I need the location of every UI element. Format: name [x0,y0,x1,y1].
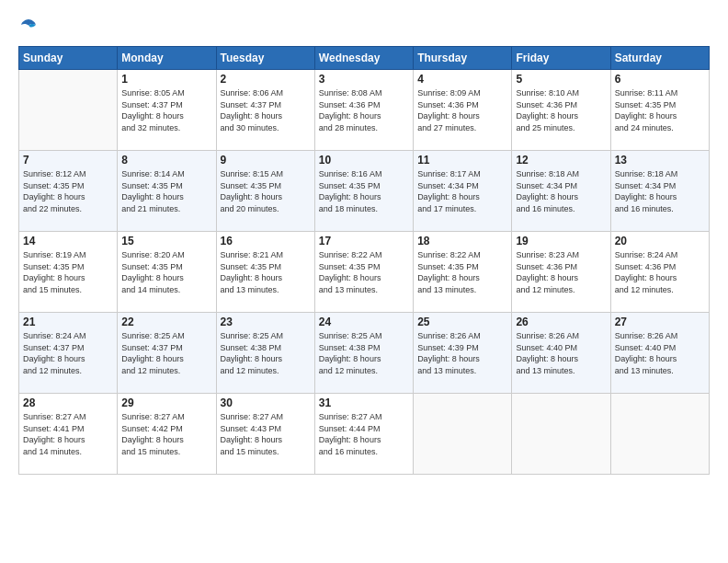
calendar-cell [414,394,512,475]
calendar-cell: 28Sunrise: 8:27 AM Sunset: 4:41 PM Dayli… [19,394,118,475]
day-info: Sunrise: 8:22 AM Sunset: 4:35 PM Dayligh… [417,249,507,295]
calendar-cell: 31Sunrise: 8:27 AM Sunset: 4:44 PM Dayli… [314,394,413,475]
day-info: Sunrise: 8:14 AM Sunset: 4:35 PM Dayligh… [121,168,211,214]
day-number: 28 [23,396,113,409]
header-row: SundayMondayTuesdayWednesdayThursdayFrid… [19,47,710,70]
day-number: 19 [516,235,606,247]
day-number: 1 [121,73,211,86]
day-header: Wednesday [314,47,413,70]
day-info: Sunrise: 8:16 AM Sunset: 4:35 PM Dayligh… [319,168,409,214]
day-number: 13 [615,154,705,167]
day-number: 31 [319,396,409,409]
calendar-header: SundayMondayTuesdayWednesdayThursdayFrid… [19,47,710,70]
day-info: Sunrise: 8:05 AM Sunset: 4:37 PM Dayligh… [121,87,211,133]
day-header: Sunday [19,47,118,70]
day-number: 7 [23,154,113,167]
day-info: Sunrise: 8:26 AM Sunset: 4:40 PM Dayligh… [615,330,705,376]
calendar-body: 1Sunrise: 8:05 AM Sunset: 4:37 PM Daylig… [19,70,710,475]
day-number: 23 [221,316,311,328]
day-info: Sunrise: 8:26 AM Sunset: 4:39 PM Dayligh… [417,330,507,376]
day-number: 10 [319,154,409,167]
day-number: 6 [615,73,705,86]
calendar-cell: 20Sunrise: 8:24 AM Sunset: 4:36 PM Dayli… [610,232,709,313]
day-number: 18 [417,235,507,247]
day-info: Sunrise: 8:24 AM Sunset: 4:37 PM Dayligh… [23,330,113,376]
day-header: Friday [512,47,610,70]
day-info: Sunrise: 8:21 AM Sunset: 4:35 PM Dayligh… [221,249,311,295]
day-info: Sunrise: 8:17 AM Sunset: 4:34 PM Dayligh… [417,168,507,214]
day-number: 14 [23,235,113,247]
logo-bird-icon [20,17,37,33]
calendar-cell: 29Sunrise: 8:27 AM Sunset: 4:42 PM Dayli… [118,394,216,475]
calendar-cell: 4Sunrise: 8:09 AM Sunset: 4:36 PM Daylig… [414,70,512,151]
calendar-week-row: 1Sunrise: 8:05 AM Sunset: 4:37 PM Daylig… [19,70,710,151]
calendar-week-row: 7Sunrise: 8:12 AM Sunset: 4:35 PM Daylig… [19,151,710,232]
day-info: Sunrise: 8:19 AM Sunset: 4:35 PM Dayligh… [23,249,113,295]
day-info: Sunrise: 8:18 AM Sunset: 4:34 PM Dayligh… [516,168,606,214]
day-number: 24 [319,316,409,328]
day-info: Sunrise: 8:09 AM Sunset: 4:36 PM Dayligh… [417,87,507,133]
day-info: Sunrise: 8:22 AM Sunset: 4:35 PM Dayligh… [319,249,409,295]
day-info: Sunrise: 8:27 AM Sunset: 4:41 PM Dayligh… [23,411,113,457]
calendar-cell: 15Sunrise: 8:20 AM Sunset: 4:35 PM Dayli… [118,232,216,313]
calendar-week-row: 28Sunrise: 8:27 AM Sunset: 4:41 PM Dayli… [19,394,710,475]
day-number: 26 [516,316,606,328]
calendar-table: SundayMondayTuesdayWednesdayThursdayFrid… [18,46,710,475]
calendar-cell: 24Sunrise: 8:25 AM Sunset: 4:38 PM Dayli… [314,313,413,394]
page: SundayMondayTuesdayWednesdayThursdayFrid… [0,0,728,563]
calendar-cell: 27Sunrise: 8:26 AM Sunset: 4:40 PM Dayli… [610,313,709,394]
day-info: Sunrise: 8:27 AM Sunset: 4:43 PM Dayligh… [221,411,311,457]
day-info: Sunrise: 8:20 AM Sunset: 4:35 PM Dayligh… [121,249,211,295]
day-number: 15 [121,235,211,247]
day-info: Sunrise: 8:08 AM Sunset: 4:36 PM Dayligh… [319,87,409,133]
calendar-week-row: 21Sunrise: 8:24 AM Sunset: 4:37 PM Dayli… [19,313,710,394]
day-info: Sunrise: 8:26 AM Sunset: 4:40 PM Dayligh… [516,330,606,376]
calendar-cell: 21Sunrise: 8:24 AM Sunset: 4:37 PM Dayli… [19,313,118,394]
calendar-cell: 19Sunrise: 8:23 AM Sunset: 4:36 PM Dayli… [512,232,610,313]
calendar-cell: 13Sunrise: 8:18 AM Sunset: 4:34 PM Dayli… [610,151,709,232]
calendar-cell: 14Sunrise: 8:19 AM Sunset: 4:35 PM Dayli… [19,232,118,313]
calendar-week-row: 14Sunrise: 8:19 AM Sunset: 4:35 PM Dayli… [19,232,710,313]
calendar-cell: 11Sunrise: 8:17 AM Sunset: 4:34 PM Dayli… [414,151,512,232]
day-info: Sunrise: 8:18 AM Sunset: 4:34 PM Dayligh… [615,168,705,214]
day-number: 17 [319,235,409,247]
calendar-cell: 5Sunrise: 8:10 AM Sunset: 4:36 PM Daylig… [512,70,610,151]
calendar-cell: 2Sunrise: 8:06 AM Sunset: 4:37 PM Daylig… [216,70,314,151]
day-number: 5 [516,73,606,86]
day-header: Tuesday [216,47,314,70]
day-number: 21 [23,316,113,328]
day-info: Sunrise: 8:25 AM Sunset: 4:38 PM Dayligh… [221,330,311,376]
header [18,15,710,37]
day-number: 20 [615,235,705,247]
day-number: 8 [121,154,211,167]
calendar-cell: 17Sunrise: 8:22 AM Sunset: 4:35 PM Dayli… [314,232,413,313]
calendar-cell [610,394,709,475]
day-number: 12 [516,154,606,167]
calendar-cell: 23Sunrise: 8:25 AM Sunset: 4:38 PM Dayli… [216,313,314,394]
day-info: Sunrise: 8:15 AM Sunset: 4:35 PM Dayligh… [221,168,311,214]
logo [18,15,37,37]
day-info: Sunrise: 8:23 AM Sunset: 4:36 PM Dayligh… [516,249,606,295]
day-info: Sunrise: 8:11 AM Sunset: 4:35 PM Dayligh… [615,87,705,133]
calendar-cell: 25Sunrise: 8:26 AM Sunset: 4:39 PM Dayli… [414,313,512,394]
calendar-cell: 22Sunrise: 8:25 AM Sunset: 4:37 PM Dayli… [118,313,216,394]
day-number: 4 [417,73,507,86]
day-info: Sunrise: 8:10 AM Sunset: 4:36 PM Dayligh… [516,87,606,133]
calendar-cell: 9Sunrise: 8:15 AM Sunset: 4:35 PM Daylig… [216,151,314,232]
day-number: 11 [417,154,507,167]
day-number: 27 [615,316,705,328]
calendar-cell: 10Sunrise: 8:16 AM Sunset: 4:35 PM Dayli… [314,151,413,232]
calendar-cell: 26Sunrise: 8:26 AM Sunset: 4:40 PM Dayli… [512,313,610,394]
day-header: Thursday [414,47,512,70]
day-number: 30 [221,396,311,409]
calendar-cell: 3Sunrise: 8:08 AM Sunset: 4:36 PM Daylig… [314,70,413,151]
day-header: Monday [118,47,216,70]
day-number: 25 [417,316,507,328]
day-info: Sunrise: 8:12 AM Sunset: 4:35 PM Dayligh… [23,168,113,214]
day-info: Sunrise: 8:06 AM Sunset: 4:37 PM Dayligh… [221,87,311,133]
day-number: 3 [319,73,409,86]
day-info: Sunrise: 8:27 AM Sunset: 4:42 PM Dayligh… [121,411,211,457]
day-info: Sunrise: 8:25 AM Sunset: 4:38 PM Dayligh… [319,330,409,376]
day-number: 2 [221,73,311,86]
day-info: Sunrise: 8:24 AM Sunset: 4:36 PM Dayligh… [615,249,705,295]
